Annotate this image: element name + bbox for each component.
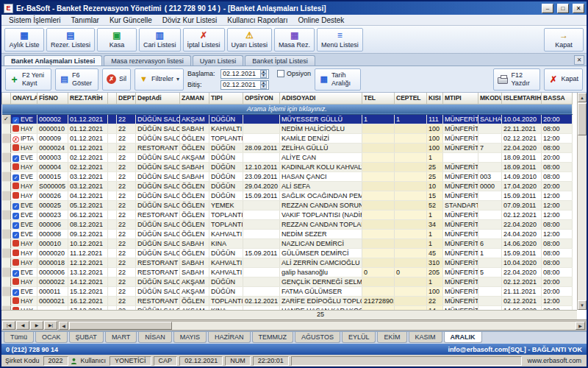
table-row[interactable]: ✓EVE000000613.12.202122RESTORANT KÜÇÜKSA…	[2, 267, 573, 277]
month-tab-nisan[interactable]: NİSAN	[138, 332, 172, 343]
date-range-button[interactable]: ▦ Tarih Aralığı	[315, 68, 361, 91]
column-header-mkodu[interactable]: MKODU	[478, 93, 502, 104]
tabs-close-button[interactable]: ✕	[574, 55, 584, 65]
uyari-listesi-button[interactable]: ⚠Uyarı Listesi	[227, 28, 273, 52]
nav-next-button[interactable]: ▶	[30, 321, 43, 330]
table-row[interactable]: HAY000002116.12.202122RESTORANT KÜÇÜKÖĞL…	[2, 296, 573, 305]
masa-rez-button[interactable]: ▦Masa Rez.	[274, 28, 315, 52]
table-row[interactable]: ✓EVE00000809.12.202122DÜĞÜN SALONUÖĞLENK…	[2, 229, 573, 238]
column-header-kisi[interactable]: KISI	[427, 93, 443, 104]
tab-uyari-listesi[interactable]: Uyarı Listesi	[193, 55, 244, 66]
table-row[interactable]: ✓EVE00002505.12.202122DÜĞÜN SALONUÖĞLENY…	[2, 200, 573, 210]
nav-last-button[interactable]: ▶|	[44, 321, 57, 330]
rezervasyon-listesi-button[interactable]: ▤Rezer. Listesi	[46, 28, 95, 52]
month-tab-mart[interactable]: MART	[105, 332, 137, 343]
minimize-button[interactable]: –	[542, 4, 553, 13]
f2-new-record-button[interactable]: + F2 Yeni Kayıt	[5, 68, 51, 91]
delete-button[interactable]: ✗ Sil	[102, 68, 131, 91]
table-row[interactable]: ✓✓EVE00000201.12.202122DÜĞÜN SALONUAKŞAM…	[2, 114, 573, 124]
tab-banket-iptal-listesi[interactable]: Banket İptal Listesi	[245, 55, 315, 66]
menu-item-online-destek[interactable]: Online Destek	[293, 16, 348, 24]
end-date-input[interactable]: 02.12.2021 ▲▼	[220, 80, 269, 90]
aylik-liste-button[interactable]: ▦Aylık Liste	[4, 28, 44, 52]
nav-prev-button[interactable]: ◀	[16, 321, 29, 330]
column-header-reztarih[interactable]: REZ.TARİH	[68, 93, 108, 104]
menu-item-tanimlar[interactable]: Tanımlar	[67, 16, 104, 24]
scroll-down-icon[interactable]: ▼	[578, 300, 587, 310]
tab-masa-rezervasyon-listesi[interactable]: Masa rezervasyon listesi	[104, 55, 191, 66]
table-row[interactable]: HAYS00000503.12.202122DÜĞÜN SALONUÖĞLEND…	[2, 181, 573, 191]
column-header-tel[interactable]: TEL	[362, 93, 395, 104]
opsiyon-checkbox[interactable]	[277, 70, 284, 77]
table-row[interactable]: HAY000002011.12.202122DÜĞÜN SALONUÖĞLEND…	[2, 248, 573, 258]
scroll-right-icon[interactable]: ▶	[576, 322, 585, 330]
table-row[interactable]: HAY000002401.12.202122RESTORANT KÜÇÜKÖĞL…	[2, 143, 573, 152]
vertical-scroll-thumb[interactable]	[578, 103, 587, 135]
column-header-opsiyon[interactable]: OPSİYON	[243, 93, 280, 104]
month-tab-haziran[interactable]: HAZİRAN	[208, 332, 251, 343]
month-tab-agustos[interactable]: AĞUSTOS	[295, 332, 340, 343]
table-row[interactable]: HAY00002604.12.202122DÜĞÜN SALONUÖĞLENDÜ…	[2, 191, 573, 200]
scroll-left-icon[interactable]: ◀	[59, 322, 68, 330]
table-row[interactable]: HAY00000402.12.202122DÜĞÜN SALONUSABAHDÜ…	[2, 162, 573, 171]
maximize-button[interactable]: □	[557, 4, 569, 13]
table-row[interactable]: HAY000002214.12.202122DÜĞÜN SALONUAKŞAMD…	[2, 277, 573, 286]
column-header-islemtarih[interactable]: ISLEMTARIH	[502, 93, 542, 104]
menu-item-kullanici-raporlari[interactable]: Kullanıcı Raporları	[223, 16, 292, 24]
vertical-scrollbar[interactable]: ▲ ▼	[577, 93, 587, 310]
month-tab-eylul[interactable]: EYLÜL	[342, 332, 376, 343]
table-row[interactable]: HAY000001812.12.202122RESTORANT KÜÇÜKSAB…	[2, 258, 573, 267]
f6-show-button[interactable]: ▤ F6 Göster	[55, 68, 98, 91]
month-tab-kasim[interactable]: KASIM	[409, 332, 442, 343]
table-row[interactable]: HAY00001010.12.202122DÜĞÜN SALONUSABAHKI…	[2, 238, 573, 248]
month-tab-temmuz[interactable]: TEMMUZ	[252, 332, 294, 343]
menu-item-sistem-islemleri[interactable]: Sistem İşlemleri	[4, 16, 65, 24]
tab-banket-anlasmalari-listesi[interactable]: Banket Anlaşmaları Listesi	[4, 55, 102, 66]
table-row[interactable]: ✓EVE00001503.12.202122DÜĞÜN SALONUSABAHD…	[2, 171, 573, 181]
table-row[interactable]: ✓EVE00002306.12.202122RESTORANT KÜÇÜKÖĞL…	[2, 210, 573, 219]
horizontal-scrollbar[interactable]: ◀ ▶	[58, 321, 586, 330]
column-header-onayla[interactable]: ONAYLA	[11, 93, 37, 104]
iptal-listesi-button[interactable]: ✗İptal Listesi	[183, 28, 225, 52]
table-row[interactable]: ✓EVE00000608.12.202122DÜĞÜN SALONUÖĞLENT…	[2, 219, 573, 229]
grid-search-row[interactable]: Arama İşlemi için tıklayınız.	[2, 104, 573, 114]
window-close-button[interactable]: ✕	[573, 4, 584, 13]
menu-item-kur-guncelle[interactable]: Kur Güncelle	[105, 16, 157, 24]
table-row[interactable]: ✗IPTA00000901.12.202122DÜĞÜN SALONUÖĞLEN…	[2, 133, 573, 143]
column-header-mtipi[interactable]: MTIPI	[443, 93, 478, 104]
start-date-spinner[interactable]: ▲▼	[260, 70, 267, 78]
menu-listesi-button[interactable]: ≡Menü Listesi	[317, 28, 363, 52]
menu-item-doviz-kur-listesi[interactable]: Döviz Kur Listesi	[158, 16, 221, 24]
column-header-tipi[interactable]: TIPI	[209, 93, 243, 104]
column-header-ceptel[interactable]: CEPTEL	[395, 93, 427, 104]
month-tab-tumu[interactable]: Tümü	[4, 332, 34, 343]
column-header-zaman[interactable]: ZAMAN	[180, 93, 209, 104]
start-date-input[interactable]: 02.12.2021 ▲▼	[220, 69, 269, 79]
column-header-blank[interactable]	[108, 93, 117, 104]
kapat-button[interactable]: →Kapat	[544, 28, 584, 52]
kasa-button[interactable]: ▣Kasa	[97, 28, 137, 52]
website-link[interactable]: www.erbasoft.com	[524, 357, 584, 364]
table-row[interactable]: HAY000001001.12.202122DÜĞÜN SALONUSABAHK…	[2, 124, 573, 133]
scroll-up-icon[interactable]: ▲	[578, 93, 587, 102]
month-tab-subat[interactable]: ŞUBAT	[69, 332, 104, 343]
table-row[interactable]: ✓EVE00000302.12.202122DÜĞÜN SALONUAKŞAMD…	[2, 152, 573, 162]
f12-print-button[interactable]: F12 Yazdır	[493, 68, 540, 91]
column-header-adisoyadi[interactable]: ADISOYADI	[280, 93, 362, 104]
column-header-deptadi[interactable]: DeptAdi	[136, 93, 180, 104]
cari-listesi-button[interactable]: ▥Cari Listesi	[139, 28, 181, 52]
month-tab-ekim[interactable]: EKİM	[377, 332, 406, 343]
column-header-fisno[interactable]: FİSNO	[37, 93, 68, 104]
column-header-dept[interactable]: DEPT	[117, 93, 136, 104]
month-tab-mayis[interactable]: MAYIS	[173, 332, 207, 343]
table-row[interactable]: ✓EVE00001115.12.202122DÜĞÜN SALONUAKŞAMD…	[2, 286, 573, 296]
horizontal-scroll-thumb[interactable]	[69, 322, 172, 330]
filters-button[interactable]: ▼ Filtreler ▾	[135, 68, 184, 91]
month-tab-ocak[interactable]: OCAK	[35, 332, 68, 343]
filter-close-button[interactable]: ✗ Kapat	[544, 68, 583, 91]
column-header-indicator[interactable]	[2, 93, 11, 104]
end-date-spinner[interactable]: ▲▼	[260, 81, 267, 89]
column-header-bassa[interactable]: BASSA	[542, 93, 573, 104]
month-tab-aralik[interactable]: ARALIK	[444, 332, 482, 343]
nav-first-button[interactable]: |◀	[2, 321, 15, 330]
